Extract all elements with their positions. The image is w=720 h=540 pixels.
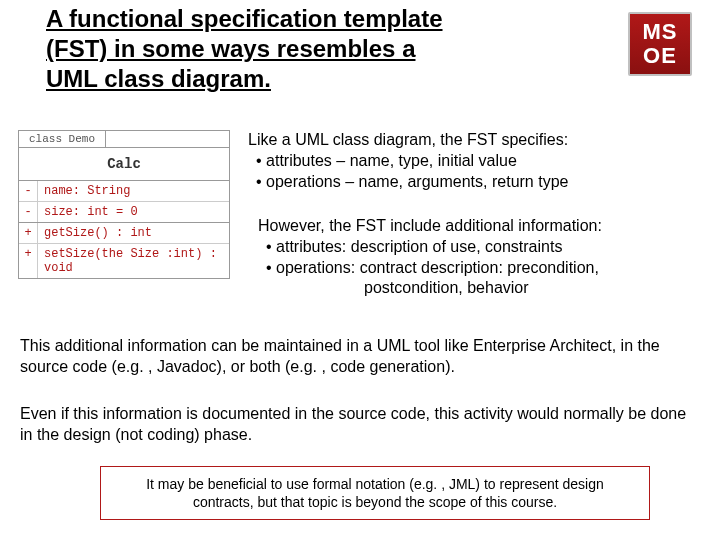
uml-class-diagram: class Demo Calc - name: String - size: i… — [18, 130, 230, 279]
logo-line2: OE — [630, 44, 690, 68]
uml-signature: size: int = 0 — [38, 202, 229, 222]
uml-tab: class Demo — [18, 130, 106, 147]
msoe-logo: MS OE — [628, 12, 692, 76]
uml-visibility: + — [19, 244, 38, 278]
intro-line: However, the FST include additional info… — [258, 216, 708, 237]
paragraph-design-phase: Even if this information is documented i… — [20, 404, 700, 446]
section-like-uml: Like a UML class diagram, the FST specif… — [248, 130, 698, 192]
uml-attr-row: - name: String — [19, 181, 229, 201]
callout-note: It may be beneficial to use formal notat… — [100, 466, 650, 520]
bullet-attributes: attributes – name, type, initial value — [248, 151, 698, 172]
bullet-attributes-desc: attributes: description of use, constrai… — [258, 237, 708, 258]
slide-title: A functional specification template (FST… — [46, 4, 466, 94]
uml-class-name: Calc — [19, 147, 229, 181]
intro-line: Like a UML class diagram, the FST specif… — [248, 130, 698, 151]
uml-attributes: - name: String - size: int = 0 — [19, 181, 229, 223]
uml-attr-row: - size: int = 0 — [19, 201, 229, 222]
uml-signature: getSize() : int — [38, 223, 229, 243]
bullet-operations-contract-cont: postcondition, behavior — [258, 278, 708, 299]
uml-visibility: - — [19, 181, 38, 201]
uml-visibility: + — [19, 223, 38, 243]
paragraph-maintain: This additional information can be maint… — [20, 336, 700, 378]
section-additional: However, the FST include additional info… — [258, 216, 708, 299]
uml-signature: setSize(the Size :int) : void — [38, 244, 229, 278]
uml-signature: name: String — [38, 181, 229, 201]
uml-visibility: - — [19, 202, 38, 222]
uml-operations: + getSize() : int + setSize(the Size :in… — [19, 223, 229, 278]
bullet-operations: operations – name, arguments, return typ… — [248, 172, 698, 193]
uml-op-row: + setSize(the Size :int) : void — [19, 243, 229, 278]
bullet-operations-contract: operations: contract description: precon… — [258, 258, 708, 279]
uml-op-row: + getSize() : int — [19, 223, 229, 243]
logo-line1: MS — [630, 20, 690, 44]
